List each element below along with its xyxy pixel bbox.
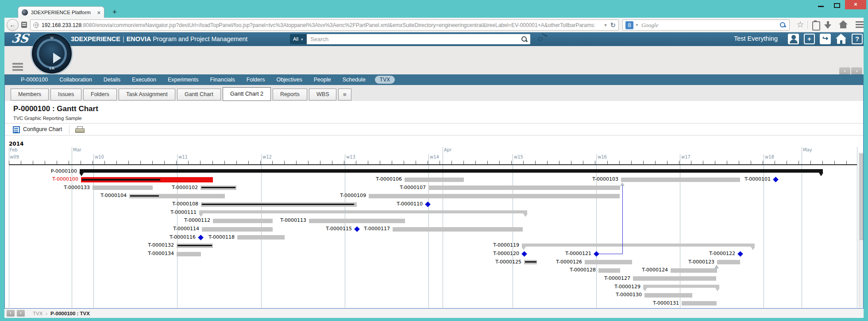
nav-tab-collaboration[interactable]: Collaboration bbox=[59, 77, 92, 83]
search-engine-icon[interactable]: 8 bbox=[625, 21, 633, 29]
downloads-icon[interactable] bbox=[823, 20, 833, 30]
gantt-dependency-arrow-icon bbox=[620, 182, 625, 186]
configure-chart-button[interactable]: Configure Chart bbox=[23, 126, 62, 132]
compass-logo[interactable]: Ψ V.R bbox=[32, 34, 72, 73]
tab-overflow-menu-icon[interactable]: ≡ bbox=[338, 89, 351, 101]
help-icon[interactable]: ? bbox=[852, 34, 863, 44]
gantt-task-label: T-0000129 bbox=[0, 284, 640, 290]
gantt-month-label: May bbox=[803, 147, 812, 152]
home-door bbox=[840, 40, 842, 44]
gantt-task-bar[interactable] bbox=[644, 293, 692, 298]
reload-icon[interactable]: ↻ bbox=[610, 21, 616, 29]
gantt-task-label: T-0000122 bbox=[0, 251, 735, 256]
url-bar[interactable]: 192.168.233.128:8080/enovia/common/emxNa… bbox=[30, 19, 619, 31]
window-maximize-button[interactable] bbox=[834, 3, 840, 8]
configure-chart-icon[interactable] bbox=[13, 126, 20, 133]
gantt-task-bar[interactable] bbox=[671, 268, 717, 273]
gantt-summary-bar[interactable] bbox=[522, 244, 755, 247]
gantt-week-label: w11 bbox=[178, 155, 188, 159]
app-search-input[interactable]: Search bbox=[307, 34, 530, 44]
gantt-dependency-arrow-icon bbox=[714, 265, 719, 268]
gantt-task-bar[interactable] bbox=[309, 219, 405, 223]
browser-tab[interactable]: 3DEXPERIENCE Platform × bbox=[18, 6, 104, 18]
gantt-task-label: T-0000107 bbox=[0, 185, 426, 190]
gantt-task-bar[interactable] bbox=[369, 194, 620, 198]
url-text[interactable]: 192.168.233.128:8080/enovia/common/emxNa… bbox=[42, 22, 601, 28]
gantt-task-bar[interactable] bbox=[237, 235, 285, 240]
gantt-week-label: w18 bbox=[765, 155, 774, 159]
gantt-task-label: T-0000127 bbox=[0, 275, 630, 281]
tab-members[interactable]: Members bbox=[11, 89, 49, 101]
scope-caret-icon: ▼ bbox=[300, 38, 304, 42]
gantt-task-label: T-0000101 bbox=[0, 176, 771, 182]
bookmark-star-icon[interactable]: ☆ bbox=[795, 20, 806, 30]
nav-tab-schedule[interactable]: Schedule bbox=[343, 77, 366, 83]
gantt-task-bar[interactable] bbox=[393, 227, 523, 232]
nav-tab-objectives[interactable]: Objectives bbox=[276, 77, 302, 83]
page-next-button[interactable]: › bbox=[851, 67, 862, 75]
home-icon[interactable] bbox=[838, 20, 849, 30]
gantt-scrollbar-thumb[interactable] bbox=[860, 154, 863, 240]
tab-folders[interactable]: Folders bbox=[83, 89, 117, 101]
gantt-task-label: T-0000119 bbox=[0, 242, 519, 248]
gantt-task-label: T-0000110 bbox=[0, 201, 423, 207]
sketch-glasses-icon[interactable] bbox=[538, 34, 548, 41]
search-scope-button[interactable]: All▼ bbox=[290, 34, 307, 44]
app-home-icon[interactable] bbox=[836, 34, 847, 44]
hamburger-icon[interactable] bbox=[12, 63, 23, 71]
url-dropdown-icon[interactable]: ▼ bbox=[604, 23, 608, 27]
gantt-task-bar[interactable] bbox=[428, 186, 620, 190]
gantt-task-bar[interactable] bbox=[717, 260, 740, 264]
menu-icon[interactable] bbox=[854, 20, 865, 30]
share-icon[interactable]: ↪ bbox=[820, 34, 831, 44]
app-search-icon[interactable] bbox=[521, 36, 528, 43]
gantt-summary-end-icon bbox=[715, 288, 720, 291]
browser-toolbar: ← 192.168.233.128:8080/enovia/common/emx… bbox=[4, 18, 864, 32]
tab-gantt-chart-2[interactable]: Gantt Chart 2 bbox=[223, 87, 271, 101]
tab-issues[interactable]: Issues bbox=[50, 89, 81, 101]
gantt-task-bar[interactable] bbox=[633, 276, 716, 281]
engine-dropdown-icon[interactable]: ▼ bbox=[635, 23, 639, 27]
add-icon[interactable]: + bbox=[804, 34, 815, 44]
tab-close-icon[interactable]: × bbox=[97, 9, 100, 16]
nav-tab-experiments[interactable]: Experiments bbox=[168, 77, 198, 83]
history-forward-button[interactable]: › bbox=[17, 310, 25, 317]
tab-gantt-chart[interactable]: Gantt Chart bbox=[177, 89, 221, 101]
status-bar: ‹ › TVX › P-0000100 : TVX bbox=[4, 309, 864, 318]
tab-reports[interactable]: Reports bbox=[273, 89, 307, 101]
new-tab-button[interactable]: + bbox=[109, 8, 120, 17]
page-subtitle: TVC Graphic Reporting Sample bbox=[13, 116, 82, 121]
tab-task-assignment[interactable]: Task Assignment bbox=[119, 89, 175, 101]
user-name[interactable]: Test Everything bbox=[734, 35, 778, 42]
profile-icon[interactable] bbox=[788, 34, 799, 44]
nav-tab-folders[interactable]: Folders bbox=[247, 77, 265, 83]
gantt-summary-bar[interactable] bbox=[643, 285, 719, 288]
recent-pages-icon[interactable] bbox=[21, 22, 27, 28]
gantt-task-bar[interactable] bbox=[682, 301, 717, 306]
gantt-summary-bar[interactable] bbox=[199, 210, 527, 213]
bookmarks-panel-icon[interactable] bbox=[810, 20, 821, 30]
content-border-left bbox=[4, 85, 5, 309]
page-title: P-0000100 : Gantt Chart bbox=[13, 104, 98, 113]
window-close-button[interactable]: × bbox=[845, 0, 866, 9]
nav-tab-people[interactable]: People bbox=[314, 77, 331, 83]
history-back-button[interactable]: ‹ bbox=[7, 310, 15, 317]
gantt-week-label: w16 bbox=[598, 155, 607, 159]
search-go-icon[interactable] bbox=[780, 22, 786, 28]
site-identity-icon[interactable] bbox=[33, 22, 39, 28]
back-button[interactable]: ← bbox=[7, 19, 19, 31]
print-icon[interactable] bbox=[75, 126, 84, 133]
nav-tab-execution[interactable]: Execution bbox=[132, 77, 156, 83]
browser-search-box[interactable]: 8 ▼ Google bbox=[622, 19, 790, 31]
breadcrumb-context[interactable]: TVX bbox=[33, 311, 42, 316]
nav-tab-details[interactable]: Details bbox=[104, 77, 120, 83]
nav-tab-tvx[interactable]: TVX bbox=[375, 76, 395, 84]
nav-tab-p-0000100[interactable]: P-0000100 bbox=[21, 77, 48, 83]
page-prev-button[interactable]: ‹ bbox=[839, 67, 850, 75]
tab-wbs[interactable]: WBS bbox=[309, 89, 336, 101]
nav-tab-financials[interactable]: Financials bbox=[210, 77, 235, 83]
gantt-summary-bar[interactable] bbox=[80, 169, 823, 173]
window-minimize-button[interactable] bbox=[818, 6, 824, 7]
brand-secondary: ENOVIA bbox=[127, 35, 151, 43]
breadcrumb-current: P-0000100 : TVX bbox=[50, 311, 90, 316]
